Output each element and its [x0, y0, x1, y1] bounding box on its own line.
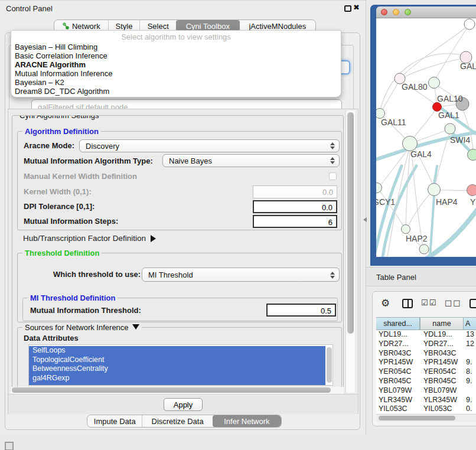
table-panel-title: Table Panel	[376, 273, 416, 282]
collapsed-panel-icon[interactable]	[5, 442, 14, 450]
control-panel-title: Control Panel	[6, 4, 53, 13]
network-icon	[62, 22, 70, 30]
stepper-icon	[330, 142, 335, 150]
attribute-list: SelfLoops TopologicalCoefficient Between…	[28, 344, 333, 386]
threshold-definition-group: Threshold Definition Which threshold to …	[17, 253, 342, 322]
mi-steps-label: Mutual Information Steps:	[24, 217, 118, 226]
table-horizontal-scrollbar[interactable]	[376, 414, 476, 422]
algorithm-definition-group: Algorithm Definition Aracne Mode: Discov…	[17, 131, 342, 230]
dpi-tolerance-field[interactable]: 0.0	[253, 200, 337, 213]
list-item-partial	[29, 383, 325, 386]
dropdown-item[interactable]: Bayesian – K2	[11, 78, 341, 87]
table-row[interactable]: YLR345WYLR345W9.	[376, 396, 476, 405]
tab-discretize-data[interactable]: Discretize Data	[142, 415, 212, 427]
sources-toggle[interactable]: Sources for Network Inference	[22, 323, 142, 333]
list-item[interactable]: BetweennessCentrality	[29, 364, 325, 374]
table-row[interactable]: YBR043CYBR043C	[376, 349, 476, 358]
table-row[interactable]: YBL079WYBL079W	[376, 386, 476, 396]
apply-button[interactable]: Apply	[164, 398, 203, 411]
node-gal11[interactable]	[376, 109, 385, 119]
data-attributes-label: Data Attributes	[24, 334, 79, 343]
panel-icon-partial[interactable]	[470, 299, 476, 308]
svg-text:GCY1: GCY1	[376, 197, 395, 207]
close-icon[interactable]: ✖	[353, 3, 360, 12]
node[interactable]	[464, 19, 475, 30]
mi-threshold-group: MI Threshold Definition Mutual Informati…	[22, 298, 338, 321]
node[interactable]	[468, 149, 476, 161]
split-columns-icon[interactable]	[402, 299, 413, 308]
cyni-bottom-tabbar: Impute Data Discretize Data Infer Networ…	[87, 415, 282, 428]
dropdown-item[interactable]: Bayesian – Hill Climbing	[11, 43, 341, 51]
svg-text:HAP4: HAP4	[436, 197, 458, 207]
node-gal4[interactable]	[403, 136, 418, 151]
column-header-shared-name[interactable]: shared...	[376, 317, 420, 330]
cyni-algorithm-settings-group: Cyni Algorithm Settings Algorithm Defini…	[12, 115, 344, 390]
float-window-icon[interactable]	[344, 5, 351, 12]
close-traffic-light-icon[interactable]	[381, 9, 387, 15]
dropdown-item[interactable]: Mutual Information Inference	[11, 69, 341, 78]
which-threshold-label: Which threshold to use:	[53, 270, 141, 279]
which-threshold-select[interactable]: MI Threshold	[142, 268, 340, 282]
mi-threshold-field[interactable]: 0.5	[266, 304, 336, 317]
mi-threshold-label: Mutual Information Threshold:	[30, 306, 141, 315]
stepper-icon	[330, 271, 335, 279]
zoom-traffic-light-icon[interactable]	[405, 9, 411, 15]
network-window-titlebar[interactable]	[376, 6, 476, 18]
table-row[interactable]: YBR045CYBR045C9.	[376, 377, 476, 386]
kernel-width-label: Kernel Width (0,1):	[24, 187, 92, 196]
hub-definition-toggle[interactable]: Hub/Transcription Factor Definition	[23, 234, 159, 243]
node-hap4[interactable]	[428, 184, 441, 196]
network-view-window: GAL GAL80 GAL10 GAL1 GAL11 SWI4 GAL4 GCY…	[370, 5, 476, 266]
list-scrollbar[interactable]	[327, 347, 332, 383]
dropdown-item[interactable]: Dream8 DC_TDC Algorithm	[11, 87, 341, 96]
svg-text:Y: Y	[470, 197, 476, 207]
svg-text:HAP2: HAP2	[406, 234, 428, 243]
sources-group: Sources for Network Inference Data Attri…	[17, 327, 342, 390]
node-swi4[interactable]	[445, 123, 455, 134]
mi-steps-field[interactable]: 6	[253, 215, 337, 228]
aracne-mode-select[interactable]: Discovery	[79, 139, 340, 152]
node-hap2[interactable]	[402, 225, 410, 234]
algorithm-dropdown: Select algorithm to view settings Bayesi…	[11, 30, 341, 97]
node-gal10[interactable]	[429, 77, 440, 89]
gear-icon[interactable]: ⚙	[381, 297, 390, 309]
settings-horizontal-scrollbar[interactable]	[11, 387, 344, 394]
select-all-checkboxes-icon[interactable]: ☑☑	[421, 298, 437, 307]
table-row[interactable]: YDR27...YDR27...12	[376, 340, 476, 349]
table-row[interactable]: YIL053CYIL053C0.	[376, 405, 476, 414]
column-header-partial[interactable]: A	[464, 317, 476, 330]
svg-text:GAL11: GAL11	[381, 118, 406, 127]
svg-text:GAL: GAL	[460, 61, 476, 71]
kernel-width-field[interactable]: 0.0	[253, 185, 337, 198]
clear-all-checkboxes-icon[interactable]: □□	[445, 298, 462, 307]
node[interactable]	[419, 244, 429, 254]
list-item[interactable]: SelfLoops	[29, 346, 325, 356]
table-row[interactable]: YER054CYER054C8.	[376, 367, 476, 377]
table-row[interactable]: YPR145WYPR145W9.	[376, 358, 476, 367]
dropdown-placeholder: Select algorithm to view settings	[11, 31, 341, 43]
collapse-down-icon	[132, 324, 139, 333]
svg-text:SWI4: SWI4	[450, 135, 470, 145]
list-item[interactable]: TopologicalCoefficient	[29, 356, 325, 365]
minimize-traffic-light-icon[interactable]	[393, 9, 399, 15]
manual-kernel-checkbox[interactable]	[329, 172, 337, 180]
settings-vertical-scrollbar[interactable]	[345, 110, 355, 393]
control-panel-window: Control Panel ✖ Network Style Select Cyn…	[0, 0, 366, 435]
node-salmon[interactable]	[467, 185, 476, 196]
tab-impute-data[interactable]: Impute Data	[87, 415, 142, 427]
dropdown-item-selected[interactable]: ARACNE Algorithm	[11, 60, 341, 69]
dropdown-item[interactable]: Basic Correlation Inference	[11, 51, 341, 60]
mi-type-select[interactable]: Naive Bayes	[162, 154, 340, 167]
table-panel-titlebar: Table Panel	[367, 267, 476, 286]
tab-infer-network[interactable]: Infer Network	[213, 415, 281, 427]
column-header-name[interactable]: name	[420, 317, 464, 330]
network-canvas[interactable]: GAL GAL80 GAL10 GAL1 GAL11 SWI4 GAL4 GCY…	[376, 18, 476, 257]
svg-text:GAL4: GAL4	[410, 149, 432, 159]
tab-label: Network	[72, 22, 100, 31]
manual-kernel-label: Manual Kernel Width Definition	[24, 172, 137, 181]
expand-right-icon	[151, 235, 159, 242]
panel-splitter-handle[interactable]	[361, 217, 367, 222]
cyni-settings-viewport: Cyni Algorithm Settings Algorithm Defini…	[8, 109, 358, 414]
table-row[interactable]: YDL19...YDL19...13	[376, 330, 476, 340]
list-item[interactable]: gal4RGexp	[29, 374, 325, 383]
